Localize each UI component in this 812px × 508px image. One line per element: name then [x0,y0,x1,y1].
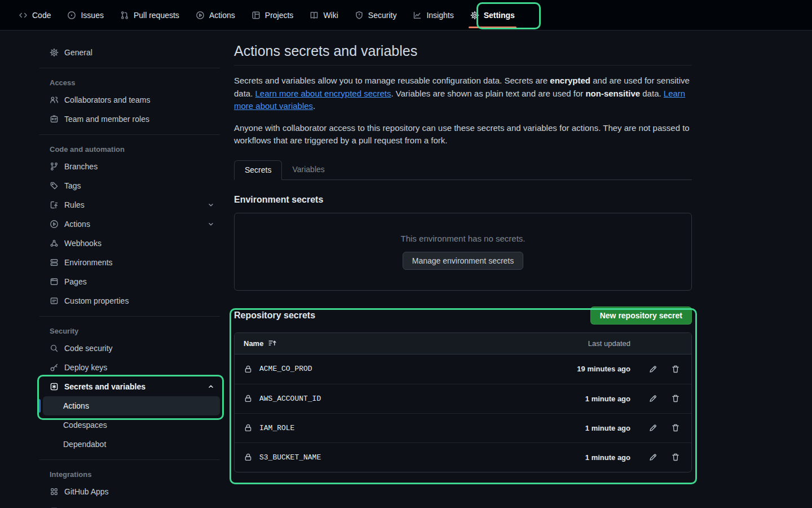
sidebar-subitem-actions[interactable]: Actions [43,396,220,415]
lock-icon [244,453,253,462]
secret-last-updated: 19 minutes ago [577,365,630,373]
sidebar-subitem-dependabot[interactable]: Dependabot [43,435,220,454]
sidebar-item-github-apps[interactable]: GitHub Apps [43,482,220,501]
sidebar-divider [39,316,220,317]
sidebar-item-environments[interactable]: Environments [43,253,220,272]
nav-tab-pull-requests[interactable]: Pull requests [114,0,186,30]
sort-ascending-icon[interactable] [268,339,277,348]
sidebar-section-access: Access [43,74,220,90]
lock-icon [244,394,253,403]
sidebar-section-security: Security [43,322,220,339]
nav-tab-projects[interactable]: Projects [245,0,300,30]
delete-secret-button[interactable] [669,421,682,435]
sidebar-item-label: General [64,48,92,57]
sidebar-item-general[interactable]: General [43,43,220,62]
sidebar-item-team-roles[interactable]: Team and member roles [43,110,220,129]
sidebar-section-code-automation: Code and automation [43,141,220,157]
intro-text: Secrets and variables allow you to manag… [234,76,550,85]
secret-name: ACME_CO_PROD [259,365,577,373]
chevron-up-icon [208,383,214,390]
play-circle-icon [50,220,59,229]
new-repository-secret-button[interactable]: New repository secret [590,306,692,325]
code-scan-icon [50,344,59,353]
sidebar-item-pages[interactable]: Pages [43,272,220,291]
environment-empty-text: This environment has no secrets. [401,234,526,243]
intro-text: . [313,101,315,111]
page-title: Actions secrets and variables [234,43,692,65]
manage-environment-secrets-button[interactable]: Manage environment secrets [403,252,524,270]
sidebar-item-label: Actions [63,401,89,410]
edit-secret-button[interactable] [646,421,660,435]
sidebar-item-webhooks[interactable]: Webhooks [43,234,220,253]
edit-secret-button[interactable] [646,392,660,405]
nav-tab-security[interactable]: Security [348,0,403,30]
note-icon [50,296,59,305]
issue-opened-icon [67,11,76,20]
delete-secret-button[interactable] [669,450,682,464]
nav-tab-actions[interactable]: Actions [189,0,241,30]
sidebar-item-label: Deploy keys [64,363,107,372]
sidebar-item-label: Branches [64,162,98,171]
secrets-variables-tabnav: Secrets Variables [234,160,692,180]
sidebar-item-email-notifications-partial[interactable] [43,501,220,508]
sidebar-item-label: Team and member roles [64,115,149,124]
browser-icon [50,277,59,286]
nav-tab-label: Settings [484,11,515,20]
shield-icon [355,11,364,20]
intro-bold-non-sensitive: non-sensitive [585,89,640,98]
nav-tab-code[interactable]: Code [12,0,57,30]
column-header-name: Name [244,339,263,348]
delete-secret-button[interactable] [669,362,682,376]
git-pull-request-icon [120,11,129,20]
repository-secrets-header: Repository secrets New repository secret [234,306,692,325]
play-circle-icon [196,11,205,20]
nav-tab-wiki[interactable]: Wiki [303,0,344,30]
settings-content: Actions secrets and variables Secrets an… [234,30,692,472]
lock-icon [244,423,253,432]
tab-secrets[interactable]: Secrets [234,160,282,180]
sidebar-item-actions[interactable]: Actions [43,214,220,234]
sidebar-item-branches[interactable]: Branches [43,157,220,176]
intro-paragraph: Secrets and variables allow you to manag… [234,75,692,113]
sidebar-item-code-security[interactable]: Code security [43,339,220,358]
intro-text: . Variables are shown as plain text and … [391,89,586,98]
lock-icon [244,365,253,374]
intro-text: data. [640,89,664,98]
edit-secret-button[interactable] [646,450,660,464]
environment-secrets-heading: Environment secrets [234,195,692,205]
sidebar-item-collaborators[interactable]: Collaborators and teams [43,90,220,110]
sidebar-item-deploy-keys[interactable]: Deploy keys [43,358,220,377]
nav-tab-label: Issues [81,11,103,20]
secret-row: ACME_CO_PROD 19 minutes ago [235,354,691,384]
link-encrypted-secrets[interactable]: Learn more about encrypted secrets [255,89,391,98]
nav-tab-settings[interactable]: Settings [464,0,521,30]
sidebar-item-label: Pages [64,277,87,286]
edit-secret-button[interactable] [646,362,660,376]
sidebar-divider [39,134,220,135]
chevron-down-icon [208,202,214,208]
sidebar-item-secrets-and-variables[interactable]: Secrets and variables [43,377,220,396]
sidebar-item-label: Actions [64,220,90,229]
secret-last-updated: 1 minute ago [585,453,630,462]
sidebar-item-label: Rules [64,200,85,209]
secret-name: S3_BUCKET_NAME [259,453,585,462]
tab-variables[interactable]: Variables [282,160,334,180]
repo-nav: Code Issues Pull requests Actions Projec… [0,0,812,30]
sidebar-section-integrations: Integrations [43,466,220,482]
nav-tab-issues[interactable]: Issues [61,0,109,30]
sidebar-item-label: Dependabot [63,440,106,449]
column-header-last-updated: Last updated [588,339,630,348]
sidebar-item-custom-properties[interactable]: Custom properties [43,291,220,310]
sidebar-item-label: Custom properties [64,296,129,305]
table-header-row: Name Last updated [235,333,691,354]
sidebar-subitem-codespaces[interactable]: Codespaces [43,415,220,435]
repo-push-icon [50,200,59,209]
nav-tab-insights[interactable]: Insights [407,0,460,30]
sidebar-item-rules[interactable]: Rules [43,195,220,214]
secret-last-updated: 1 minute ago [585,395,630,403]
people-icon [50,95,59,104]
delete-secret-button[interactable] [669,392,682,405]
sidebar-divider [39,68,220,68]
sidebar-item-tags[interactable]: Rules Tags [43,176,220,195]
key-icon [50,363,59,372]
